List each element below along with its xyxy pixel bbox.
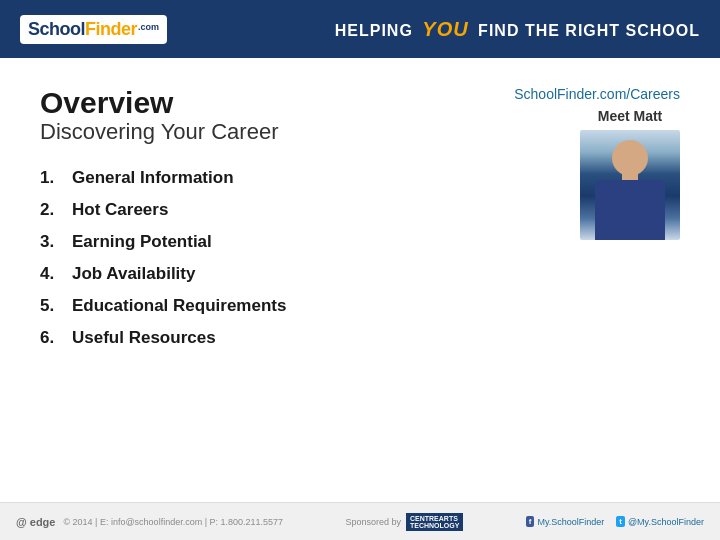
footer: @ edge © 2014 | E: info@schoolfinder.com… <box>0 502 720 540</box>
tagline-helping: HELPING <box>335 22 413 39</box>
social-tw[interactable]: t @My.SchoolFinder <box>616 516 704 527</box>
logo-finder-text: Finder <box>85 19 137 40</box>
overview-ol: General Information Hot Careers Earning … <box>40 167 286 350</box>
list-item-3: Earning Potential <box>40 231 286 253</box>
footer-copyright: © 2014 | E: info@schoolfinder.com | P: 1… <box>63 517 283 527</box>
logo-area: SchoolFinder.com <box>20 15 167 44</box>
meet-matt-photo <box>580 130 680 240</box>
list-item-2: Hot Careers <box>40 199 286 221</box>
fb-label: My.SchoolFinder <box>537 517 604 527</box>
list-item-1: General Information <box>40 167 286 189</box>
tagline-you: You <box>422 18 468 40</box>
footer-sponsored: Sponsored by CENTREARTSTECHNOLOGY <box>345 513 463 531</box>
sponsored-logo: CENTREARTSTECHNOLOGY <box>406 513 463 531</box>
footer-left: @ edge © 2014 | E: info@schoolfinder.com… <box>16 516 283 528</box>
meet-matt-label: Meet Matt <box>580 108 680 124</box>
list-item-4: Job Availability <box>40 263 286 285</box>
facebook-icon: f <box>526 516 535 527</box>
header: SchoolFinder.com HELPING You FIND THE RI… <box>0 0 720 58</box>
footer-social: f My.SchoolFinder t @My.SchoolFinder <box>526 516 704 527</box>
logo-box: SchoolFinder.com <box>20 15 167 44</box>
tagline-rest: FIND THE RIGHT SCHOOL <box>478 22 700 39</box>
edge-logo: @ edge <box>16 516 55 528</box>
list-item-6: Useful Resources <box>40 327 286 349</box>
overview-list: General Information Hot Careers Earning … <box>40 167 286 360</box>
list-item-5: Educational Requirements <box>40 295 286 317</box>
person-body <box>595 180 665 240</box>
main-content: Overview Discovering Your Career SchoolF… <box>0 58 720 360</box>
twitter-icon: t <box>616 516 625 527</box>
logo-dotcom-text: .com <box>138 22 159 32</box>
school-finder-link[interactable]: SchoolFinder.com/Careers <box>514 86 680 102</box>
tw-label: @My.SchoolFinder <box>628 517 704 527</box>
social-fb[interactable]: f My.SchoolFinder <box>526 516 605 527</box>
meet-matt-section: Meet Matt <box>580 108 680 240</box>
header-tagline: HELPING You FIND THE RIGHT SCHOOL <box>335 18 700 41</box>
sponsored-label: Sponsored by <box>345 517 401 527</box>
logo-school-text: School <box>28 19 85 40</box>
